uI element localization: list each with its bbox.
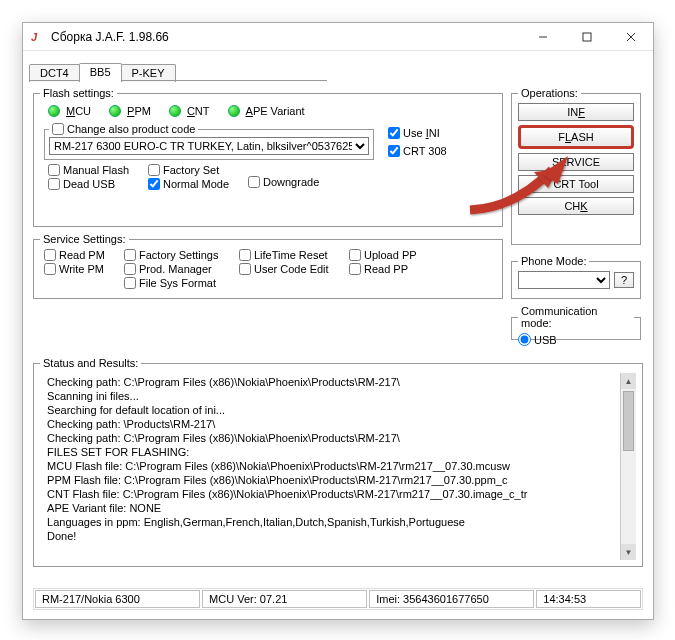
inf-button[interactable]: INF: [518, 103, 634, 121]
flash-button[interactable]: FLASH: [518, 125, 634, 149]
dead-usb-checkbox[interactable]: Dead USB: [48, 178, 148, 190]
window-title: Сборка J.A.F. 1.98.66: [51, 30, 169, 44]
mcu-led[interactable]: [48, 105, 60, 117]
write-pm-checkbox[interactable]: Write PM: [44, 263, 124, 275]
tab-bb5[interactable]: BB5: [79, 63, 122, 81]
operations-legend: Operations:: [518, 87, 581, 99]
tab-body: Flash settings: MCU PPM CNT APE Variant …: [29, 81, 647, 369]
status-mcuver: MCU Ver: 07.21: [202, 590, 367, 608]
maximize-button[interactable]: [565, 23, 609, 51]
status-time: 14:34:53: [536, 590, 641, 608]
operations-group: Operations: INF FLASH SERVICE CRT Tool C…: [511, 87, 641, 245]
phone-mode-legend: Phone Mode:: [518, 255, 589, 267]
phone-mode-group: Phone Mode: ?: [511, 255, 641, 299]
factory-set-checkbox[interactable]: Factory Set: [148, 164, 248, 176]
file-sys-format-checkbox[interactable]: File Sys Format: [124, 277, 239, 289]
lifetime-reset-checkbox[interactable]: LifeTime Reset: [239, 249, 349, 261]
read-pm-checkbox[interactable]: Read PM: [44, 249, 124, 261]
factory-settings-checkbox[interactable]: Factory Settings: [124, 249, 239, 261]
svg-rect-1: [583, 33, 591, 41]
status-text[interactable]: Checking path: C:\Program Files (x86)\No…: [42, 373, 618, 558]
usb-radio[interactable]: USB: [518, 333, 634, 346]
service-settings-legend: Service Settings:: [40, 233, 129, 245]
user-code-edit-checkbox[interactable]: User Code Edit: [239, 263, 349, 275]
tabs: DCT4 BB5 P-KEY: [29, 59, 647, 81]
service-settings-group: Service Settings: Read PM Write PM Facto…: [33, 233, 503, 299]
status-legend: Status and Results:: [40, 357, 141, 369]
crt308-checkbox[interactable]: CRT 308: [388, 145, 492, 157]
app-window: J Сборка J.A.F. 1.98.66 DCT4 BB5 P-KEY F…: [22, 22, 654, 620]
scroll-thumb[interactable]: [623, 391, 634, 451]
crt-tool-button[interactable]: CRT Tool: [518, 175, 634, 193]
product-select[interactable]: RM-217 6300 EURO-C TR TURKEY, Latin, blk…: [49, 137, 369, 155]
change-code-checkbox[interactable]: Change also product code: [49, 123, 198, 135]
phone-mode-help-button[interactable]: ?: [614, 272, 634, 288]
scroll-up-button[interactable]: ▲: [621, 373, 636, 389]
phone-mode-select[interactable]: [518, 271, 610, 289]
status-imei: Imei: 35643601677650: [369, 590, 534, 608]
status-scrollbar[interactable]: ▲ ▼: [620, 373, 636, 560]
ape-label[interactable]: APE Variant: [246, 105, 305, 117]
prod-manager-checkbox[interactable]: Prod. Manager: [124, 263, 239, 275]
mcu-label[interactable]: MCU: [66, 105, 91, 117]
communication-mode-group: Communication mode: USB: [511, 305, 641, 340]
use-ini-checkbox[interactable]: Use INI: [388, 127, 492, 139]
cnt-label[interactable]: CNT: [187, 105, 210, 117]
upload-pp-checkbox[interactable]: Upload PP: [349, 249, 439, 261]
service-button[interactable]: SERVICE: [518, 153, 634, 171]
chk-button[interactable]: CHK: [518, 197, 634, 215]
communication-mode-legend: Communication mode:: [518, 305, 634, 329]
status-model: RM-217/Nokia 6300: [35, 590, 200, 608]
downgrade-checkbox[interactable]: Downgrade: [248, 176, 319, 188]
minimize-button[interactable]: [521, 23, 565, 51]
normal-mode-checkbox[interactable]: Normal Mode: [148, 178, 248, 190]
flash-settings-legend: Flash settings:: [40, 87, 117, 99]
content-area: DCT4 BB5 P-KEY Flash settings: MCU PPM C…: [29, 59, 647, 613]
ppm-led[interactable]: [109, 105, 121, 117]
ape-led[interactable]: [228, 105, 240, 117]
app-icon: J: [31, 30, 45, 44]
status-group: Status and Results: Checking path: C:\Pr…: [33, 357, 643, 567]
status-bar: RM-217/Nokia 6300 MCU Ver: 07.21 Imei: 3…: [33, 588, 643, 610]
read-pp-checkbox[interactable]: Read PP: [349, 263, 439, 275]
flash-settings-group: Flash settings: MCU PPM CNT APE Variant …: [33, 87, 503, 227]
cnt-led[interactable]: [169, 105, 181, 117]
titlebar[interactable]: J Сборка J.A.F. 1.98.66: [23, 23, 653, 51]
manual-flash-checkbox[interactable]: Manual Flash: [48, 164, 148, 176]
ppm-label[interactable]: PPM: [127, 105, 151, 117]
close-button[interactable]: [609, 23, 653, 51]
scroll-down-button[interactable]: ▼: [621, 544, 636, 560]
